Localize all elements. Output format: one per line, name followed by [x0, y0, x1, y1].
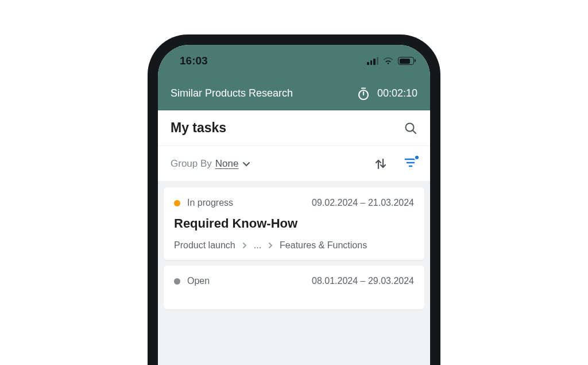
task-status: Open	[174, 276, 210, 286]
breadcrumb-item: ...	[254, 240, 261, 251]
task-status: In progress	[174, 198, 233, 208]
filter-button[interactable]	[404, 156, 417, 172]
task-title: Required Know-How	[174, 216, 414, 231]
timer-value: 00:02:10	[377, 87, 417, 99]
task-daterange: 09.02.2024 – 21.03.2024	[312, 198, 414, 208]
chevron-right-icon	[267, 242, 274, 249]
search-icon[interactable]	[404, 121, 417, 135]
battery-icon	[398, 57, 414, 65]
breadcrumb-item: Product launch	[174, 240, 235, 251]
breadcrumb-item: Features & Functions	[280, 240, 367, 251]
controls-bar: Group By None	[158, 146, 430, 182]
wifi-icon	[383, 57, 393, 65]
svg-line-4	[413, 130, 416, 133]
stopwatch-icon	[357, 87, 370, 101]
status-label: Open	[187, 276, 210, 286]
status-icons	[367, 57, 414, 65]
filter-active-dot	[414, 155, 420, 160]
header-title: Similar Products Research	[171, 87, 293, 99]
chevron-down-icon	[242, 159, 251, 168]
task-card[interactable]: In progress 09.02.2024 – 21.03.2024 Requ…	[164, 187, 424, 260]
group-by-selector[interactable]: Group By None	[171, 158, 251, 170]
phone-frame: 16:03 Similar Products Research	[148, 34, 440, 365]
chevron-right-icon	[241, 242, 248, 249]
status-label: In progress	[187, 198, 233, 208]
page-title: My tasks	[171, 120, 226, 136]
status-dot-icon	[174, 278, 180, 285]
task-breadcrumb: Product launch ... Features & Functions	[174, 240, 414, 251]
cellular-signal-icon	[367, 57, 378, 65]
title-bar: My tasks	[158, 110, 430, 146]
task-list: In progress 09.02.2024 – 21.03.2024 Requ…	[158, 182, 430, 365]
task-card[interactable]: Open 08.01.2024 – 29.03.2024	[164, 266, 424, 309]
status-bar: 16:03	[158, 45, 430, 77]
app-header: Similar Products Research 00:02:10	[158, 77, 430, 110]
group-by-value: None	[215, 158, 239, 170]
timer-widget[interactable]: 00:02:10	[357, 87, 417, 101]
sort-icon[interactable]	[374, 157, 388, 171]
status-dot-icon	[174, 200, 180, 206]
clock-time: 16:03	[180, 55, 208, 67]
phone-screen: 16:03 Similar Products Research	[158, 45, 430, 365]
group-by-label: Group By	[171, 158, 212, 170]
task-daterange: 08.01.2024 – 29.03.2024	[312, 276, 414, 286]
